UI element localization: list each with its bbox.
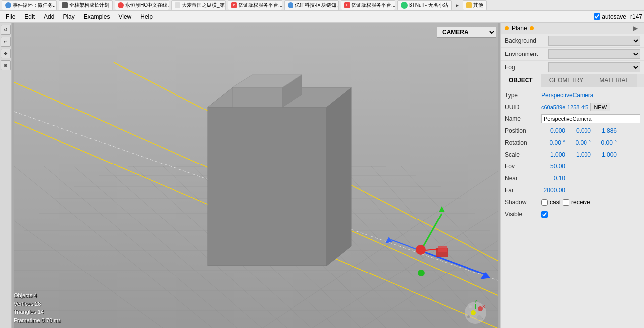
tab-material[interactable]: MATERIAL bbox=[591, 74, 637, 87]
camera-selector[interactable]: CAMERA bbox=[437, 27, 496, 38]
position-x: 0.000 bbox=[541, 127, 565, 134]
tab-7[interactable]: P 亿证版权服务平台... bbox=[341, 0, 395, 10]
type-label: Type bbox=[505, 92, 539, 99]
scale-z: 1.000 bbox=[593, 151, 617, 158]
type-value: PerspectiveCamera bbox=[541, 92, 593, 99]
tab-7-label: 亿证版权服务平台... bbox=[351, 2, 395, 9]
visible-label: Visible bbox=[505, 211, 539, 218]
scene-dot-left bbox=[505, 26, 509, 30]
tab-6[interactable]: 亿证科技-区块链知... bbox=[284, 0, 339, 10]
rotation-z: 0.00 ° bbox=[593, 139, 617, 146]
rotation-row: Rotation 0.00 ° 0.00 ° 0.00 ° bbox=[501, 137, 644, 149]
tool-undo[interactable]: ↩ bbox=[1, 37, 11, 47]
position-z: 1.886 bbox=[593, 127, 617, 134]
background-label: Background bbox=[505, 37, 544, 44]
svg-rect-49 bbox=[438, 246, 447, 252]
tab-4[interactable]: 大麦帝国之纵横_第... bbox=[171, 0, 226, 10]
shadow-receive-checkbox[interactable] bbox=[563, 199, 569, 206]
svg-text:Y: Y bbox=[474, 299, 477, 304]
tab-1-label: 事件循环：微任务... bbox=[13, 2, 57, 9]
position-label: Position bbox=[505, 127, 539, 134]
tab-3-label: 永恒族HC中文在线... bbox=[125, 2, 169, 9]
svg-marker-36 bbox=[233, 87, 282, 107]
menu-examples[interactable]: Examples bbox=[80, 12, 114, 21]
near-value: 0.10 bbox=[541, 175, 565, 182]
tab-6-label: 亿证科技-区块链知... bbox=[295, 2, 339, 9]
tab-3-icon bbox=[118, 2, 124, 8]
shadow-cast-label: cast bbox=[550, 199, 561, 206]
menu-view[interactable]: View bbox=[115, 12, 135, 21]
fov-value: 50.00 bbox=[541, 163, 565, 170]
viewport-stats: Objects 4 Vertices 28 Triangles 14 Frame… bbox=[14, 291, 61, 324]
tab-geometry[interactable]: GEOMETRY bbox=[541, 74, 591, 87]
uuid-value-row: c60a589e-1258-4f5 NEW bbox=[541, 103, 640, 111]
shadow-cast-checkbox[interactable] bbox=[541, 199, 548, 206]
rotation-label: Rotation bbox=[505, 139, 539, 146]
fog-row: Fog bbox=[501, 61, 644, 74]
svg-point-55 bbox=[469, 305, 472, 308]
revision-label: r147 bbox=[630, 13, 642, 20]
scene-expand-btn[interactable]: ▶ bbox=[633, 25, 640, 32]
object-properties: Type PerspectiveCamera UUID c60a589e-125… bbox=[501, 87, 644, 328]
camera-dropdown[interactable]: CAMERA bbox=[437, 27, 496, 38]
3d-viewport[interactable]: Y X Z CAMERA Objects 4 Vertices 28 Trian… bbox=[12, 23, 500, 328]
svg-marker-35 bbox=[327, 87, 351, 266]
fog-label: Fog bbox=[505, 64, 544, 71]
far-label: Far bbox=[505, 187, 539, 194]
fog-select[interactable] bbox=[548, 62, 640, 72]
tab-4-icon bbox=[175, 2, 180, 8]
environment-select[interactable] bbox=[548, 49, 640, 59]
near-row: Near 0.10 bbox=[501, 172, 644, 184]
tab-2-icon bbox=[62, 2, 68, 8]
visible-checkbox[interactable] bbox=[541, 211, 548, 218]
far-row: Far 2000.00 bbox=[501, 184, 644, 196]
tab-2[interactable]: 全栈架构成长计划 bbox=[59, 0, 113, 10]
menu-file[interactable]: File bbox=[2, 12, 19, 21]
tool-rotate[interactable]: ↺ bbox=[1, 25, 11, 35]
menu-help[interactable]: Help bbox=[136, 12, 157, 21]
tab-6-icon bbox=[288, 2, 293, 8]
menu-play[interactable]: Play bbox=[59, 12, 78, 21]
tab-2-label: 全栈架构成长计划 bbox=[69, 2, 109, 9]
uuid-value: c60a589e-1258-4f5 bbox=[541, 104, 588, 110]
tab-1-icon bbox=[5, 2, 11, 8]
name-label: Name bbox=[505, 115, 539, 122]
environment-row: Environment bbox=[501, 48, 644, 61]
tab-other[interactable]: 其他 bbox=[463, 0, 487, 10]
scene-plane-label: Plane bbox=[512, 25, 527, 32]
viewport-scene: Y X Z bbox=[12, 23, 500, 328]
visible-row: Visible bbox=[501, 208, 644, 220]
scale-label: Scale bbox=[505, 151, 539, 158]
tab-1[interactable]: 事件循环：微任务... bbox=[2, 0, 57, 10]
tab-7-icon: P bbox=[344, 2, 350, 8]
tab-3[interactable]: 永恒族HC中文在线... bbox=[115, 0, 169, 10]
shadow-receive-label: receive bbox=[571, 199, 590, 206]
far-value: 2000.00 bbox=[541, 187, 565, 194]
tabs-overflow-btn[interactable]: ▸ bbox=[454, 2, 461, 9]
tab-5-label: 亿证版权服务平台... bbox=[238, 2, 282, 9]
tab-object[interactable]: OBJECT bbox=[501, 74, 541, 87]
autosave-checkbox[interactable] bbox=[594, 13, 600, 20]
position-y: 0.000 bbox=[567, 127, 591, 134]
menu-add[interactable]: Add bbox=[40, 12, 58, 21]
tab-5[interactable]: P 亿证版权服务平台... bbox=[228, 0, 282, 10]
uuid-label: UUID bbox=[505, 104, 539, 110]
name-input[interactable] bbox=[541, 114, 640, 123]
rotation-y: 0.00 ° bbox=[567, 139, 591, 146]
tab-5-icon: P bbox=[231, 2, 237, 8]
near-label: Near bbox=[505, 175, 539, 182]
svg-point-47 bbox=[418, 270, 425, 276]
menu-edit[interactable]: Edit bbox=[20, 12, 39, 21]
background-row: Background bbox=[501, 34, 644, 48]
tool-grid[interactable]: ⊞ bbox=[1, 60, 11, 70]
environment-label: Environment bbox=[505, 51, 544, 57]
stat-objects: Objects 4 bbox=[14, 291, 61, 300]
name-row: Name bbox=[501, 113, 644, 125]
svg-point-54 bbox=[467, 315, 470, 318]
uuid-new-button[interactable]: NEW bbox=[590, 103, 610, 111]
background-select[interactable] bbox=[548, 36, 640, 46]
autosave-label: autosave bbox=[602, 13, 626, 20]
tab-8[interactable]: BTNull - 无名小站 bbox=[397, 0, 452, 10]
stat-vertices: Vertices 28 bbox=[14, 300, 61, 308]
tool-move[interactable]: ✥ bbox=[1, 49, 11, 58]
